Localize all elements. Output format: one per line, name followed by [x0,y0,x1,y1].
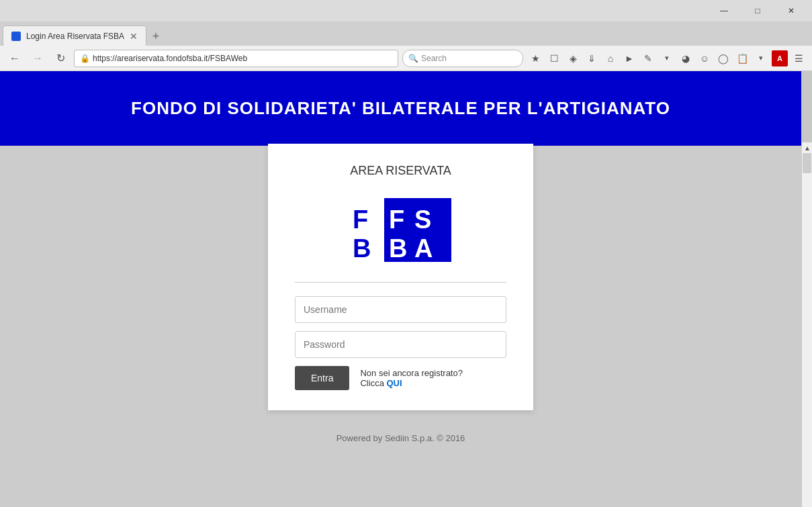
logo-container: F S B A F B [295,191,506,269]
svg-text:A: A [414,234,433,263]
page-footer: Powered by Sediin S.p.a. © 2016 [0,412,801,464]
svg-text:F: F [353,205,368,234]
tab-label: Login Area Riservata FSBA [26,32,124,41]
login-area: AREA RISERVATA F S B [0,145,801,412]
username-input[interactable] [295,296,506,323]
send-icon[interactable]: ► [621,50,637,66]
new-tab-button[interactable]: + [146,27,165,46]
card-title: AREA RISERVATA [295,164,506,178]
title-bar: — □ ✕ [0,0,812,21]
pen-icon[interactable]: ✎ [640,50,656,66]
header-title: FONDO DI SOLIDARIETA' BILATERALE PER L'A… [13,98,788,119]
pen-dropdown[interactable]: ▾ [659,50,675,66]
svg-text:B: B [389,234,407,263]
tab-close-icon[interactable]: ✕ [130,32,138,41]
fsba-logo: F S B A F B [347,191,455,269]
forward-button[interactable]: → [28,49,47,68]
secure-icon: 🔒 [80,54,90,63]
nav-bar: ← → ↻ 🔒 https://areariservata.fondofsba.… [0,46,812,71]
close-button[interactable]: ✕ [776,0,807,21]
active-tab[interactable]: Login Area Riservata FSBA ✕ [3,26,146,46]
svg-text:F: F [389,205,404,234]
back-button[interactable]: ← [5,49,24,68]
svg-text:S: S [414,205,431,234]
register-text: Non sei ancora registrato? Clicca QUI [360,368,506,388]
username-group [295,296,506,323]
antivirus-icon[interactable]: A [772,50,788,66]
clipboard-icon[interactable]: 📋 [734,50,750,66]
window-controls: — □ ✕ [709,0,807,21]
page-wrapper: FONDO DI SOLIDARIETA' BILATERALE PER L'A… [0,71,812,507]
register-link[interactable]: QUI [387,378,402,388]
form-actions: Entra Non sei ancora registrato? Clicca … [295,366,506,390]
search-icon: 🔍 [408,54,418,63]
logo-divider [295,282,506,283]
address-bar[interactable]: 🔒 https://areariservata.fondofsba.it/FSB… [74,50,398,67]
entra-button[interactable]: Entra [295,366,349,390]
address-text: https://areariservata.fondofsba.it/FSBAW… [93,54,247,63]
scrollbar-track[interactable] [802,153,812,507]
bookmark-icon[interactable]: ★ [527,50,543,66]
page-content: FONDO DI SOLIDARIETA' BILATERALE PER L'A… [0,71,801,507]
maximize-button[interactable]: □ [742,0,773,21]
scrollbar-thumb[interactable] [803,153,811,173]
footer-text: Powered by Sediin S.p.a. © 2016 [336,433,465,443]
menu-icon[interactable]: ☰ [791,50,807,66]
refresh-button[interactable]: ↻ [51,49,70,68]
password-group [295,331,506,358]
search-placeholder-text: Search [421,54,447,63]
shield-icon[interactable]: ◈ [565,50,581,66]
tab-favicon [11,32,21,41]
home-icon[interactable]: ⌂ [602,50,619,66]
search-bar[interactable]: 🔍 Search [402,50,523,67]
scroll-up-arrow[interactable]: ▲ [802,142,812,153]
scrollbar[interactable]: ▲ ▼ [801,142,812,507]
history-icon[interactable]: ◕ [678,50,694,66]
login-card: AREA RISERVATA F S B [268,144,533,410]
nav-icons: ★ ☐ ◈ ⇓ ⌂ ► ✎ ▾ ◕ ☺ ◯ 📋 ▾ A ☰ [527,50,807,66]
tab-bar: Login Area Riservata FSBA ✕ + [0,21,812,46]
emoji-icon[interactable]: ☺ [696,50,713,66]
browser-chrome: — □ ✕ Login Area Riservata FSBA ✕ + ← → … [0,0,812,71]
pocket-icon[interactable]: ☐ [546,50,562,66]
clipboard-dropdown[interactable]: ▾ [753,50,769,66]
minimize-button[interactable]: — [709,0,739,21]
header-banner: FONDO DI SOLIDARIETA' BILATERALE PER L'A… [0,71,801,146]
download-icon[interactable]: ⇓ [584,50,600,66]
password-input[interactable] [295,331,506,358]
svg-text:B: B [353,234,371,263]
container-icon[interactable]: ◯ [715,50,731,66]
